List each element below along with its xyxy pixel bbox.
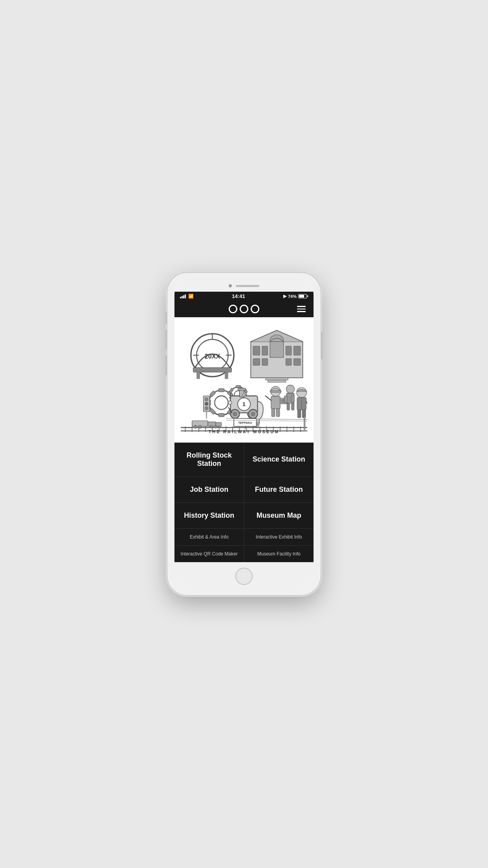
interactive-exhibit-info-button[interactable]: Interactive Exhibit Info: [244, 529, 314, 545]
hamburger-menu-button[interactable]: [297, 306, 306, 312]
location-icon: ▶: [283, 294, 286, 299]
svg-rect-63: [271, 396, 280, 409]
svg-rect-71: [284, 396, 288, 403]
app-logo: [229, 305, 259, 313]
menu-row-3: History Station Museum Map: [174, 503, 314, 529]
menu-row-2: Job Station Future Station: [174, 477, 314, 503]
svg-point-57: [233, 412, 237, 416]
svg-rect-79: [297, 410, 301, 418]
exhibit-area-info-button[interactable]: Exhibit & Area Info: [174, 529, 244, 545]
status-time: 14:41: [232, 293, 245, 299]
battery-fill: [299, 295, 304, 298]
science-station-button[interactable]: Science Station: [244, 443, 314, 476]
logo-circle-1: [229, 305, 237, 313]
svg-rect-62: [270, 391, 281, 392]
museum-illustration: 20XX: [181, 324, 307, 434]
status-left: 📶: [180, 294, 194, 299]
menu-row-5: Interactive QR Code Maker Museum Facilit…: [174, 546, 314, 562]
svg-rect-4: [196, 372, 200, 379]
svg-rect-5: [225, 372, 228, 379]
svg-point-43: [205, 402, 208, 405]
home-button[interactable]: [235, 568, 253, 585]
menu-row-1: Rolling Stock Station Science Station: [174, 443, 314, 477]
svg-rect-13: [253, 346, 260, 355]
svg-rect-17: [253, 359, 260, 365]
menu-row-4: Exhibit & Area Info Interactive Exhibit …: [174, 529, 314, 546]
home-indicator-area: [174, 562, 314, 588]
svg-text:THE RAILWAY MUSEUM: THE RAILWAY MUSEUM: [209, 430, 280, 434]
svg-point-42: [205, 398, 208, 401]
bar3: [183, 295, 184, 298]
svg-point-107: [215, 425, 217, 428]
hero-area: 20XX: [174, 317, 314, 443]
battery-percent: 74%: [288, 294, 297, 299]
svg-point-106: [210, 425, 213, 428]
museum-map-button[interactable]: Museum Map: [244, 503, 314, 528]
future-station-button[interactable]: Future Station: [244, 477, 314, 502]
rolling-stock-station-button[interactable]: Rolling Stock Station: [174, 443, 244, 476]
svg-rect-72: [291, 395, 294, 402]
battery-body: [298, 294, 307, 298]
svg-rect-45: [206, 412, 207, 418]
svg-point-69: [286, 385, 295, 394]
phone-shell: 📶 14:41 ▶ 74%: [167, 273, 321, 595]
job-station-button[interactable]: Job Station: [174, 477, 244, 502]
svg-point-75: [297, 388, 306, 397]
museum-facility-info-button[interactable]: Museum Facility Info: [244, 546, 314, 562]
interactive-qr-code-maker-button[interactable]: Interactive QR Code Maker: [174, 546, 244, 562]
signal-icon: [180, 294, 186, 298]
svg-rect-73: [287, 403, 290, 410]
svg-rect-19: [286, 359, 291, 365]
svg-rect-35: [236, 386, 241, 388]
bar1: [180, 297, 181, 298]
phone-top-bar: [174, 280, 314, 292]
volume-mute-button: [165, 312, 167, 324]
svg-rect-16: [294, 346, 301, 355]
volume-down-button: [165, 355, 167, 375]
hamburger-line-3: [297, 311, 306, 312]
svg-rect-14: [262, 346, 268, 355]
hamburger-line-1: [297, 306, 306, 307]
bar4: [185, 294, 186, 298]
svg-point-104: [194, 425, 197, 428]
history-station-button[interactable]: History Station: [174, 503, 244, 528]
earpiece-speaker: [236, 285, 259, 287]
svg-point-108: [218, 426, 220, 428]
front-camera: [229, 284, 232, 287]
volume-up-button: [165, 330, 167, 349]
menu-grid: Rolling Stock Station Science Station Jo…: [174, 443, 314, 562]
svg-point-59: [251, 412, 255, 416]
svg-rect-74: [292, 403, 294, 410]
svg-rect-22: [268, 380, 286, 383]
svg-rect-67: [272, 409, 275, 417]
svg-text:1: 1: [242, 401, 246, 407]
status-bar: 📶 14:41 ▶ 74%: [174, 292, 314, 301]
wifi-icon: 📶: [188, 294, 194, 299]
svg-rect-12: [270, 342, 284, 357]
power-button: [321, 332, 323, 359]
svg-rect-68: [276, 409, 280, 417]
svg-rect-18: [262, 359, 268, 365]
logo-circle-3: [251, 305, 259, 313]
logo-circle-2: [240, 305, 248, 313]
battery-icon: [298, 294, 308, 298]
bar2: [182, 296, 183, 298]
hamburger-line-2: [297, 309, 306, 310]
svg-point-105: [198, 425, 202, 428]
svg-point-44: [205, 407, 208, 410]
svg-rect-20: [294, 359, 301, 365]
svg-rect-15: [286, 346, 291, 355]
svg-point-60: [228, 401, 232, 405]
svg-text:20XX: 20XX: [205, 353, 220, 360]
svg-rect-53: [238, 388, 246, 391]
phone-screen: 📶 14:41 ▶ 74%: [174, 280, 314, 588]
svg-rect-25: [219, 389, 224, 392]
svg-text:TEPPAKU: TEPPAKU: [238, 421, 252, 425]
svg-rect-21: [266, 378, 288, 380]
status-right: ▶ 74%: [283, 294, 308, 299]
app-header: [174, 301, 314, 317]
battery-tip: [307, 295, 308, 297]
svg-rect-3: [193, 368, 232, 372]
svg-rect-114: [304, 416, 305, 430]
svg-rect-29: [219, 414, 224, 417]
